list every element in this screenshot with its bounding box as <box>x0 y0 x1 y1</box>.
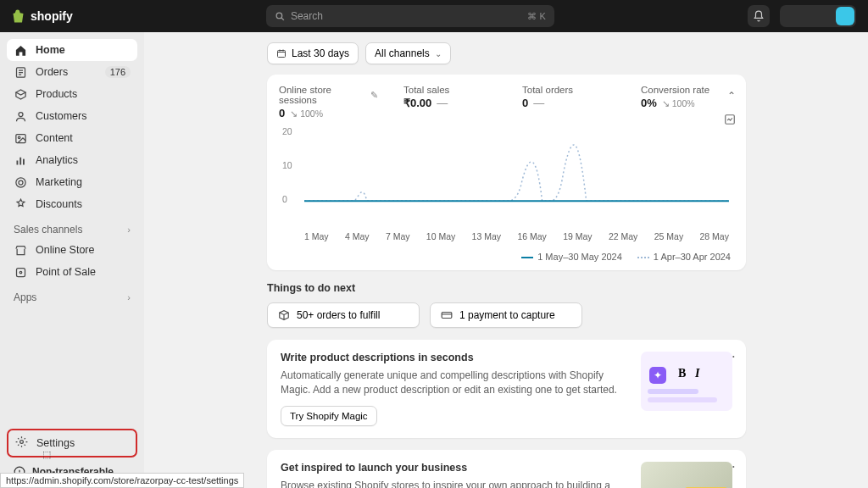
ytick: 10 <box>282 160 292 170</box>
sidebar-item-label: Marketing <box>36 176 82 188</box>
filter-row: Last 30 days All channels ⌄ <box>267 42 851 64</box>
card-get-inspired: ⋯ Get inspired to launch your business B… <box>267 450 746 488</box>
pencil-icon[interactable]: ✎ <box>370 90 378 101</box>
channel-filter[interactable]: All channels ⌄ <box>365 42 451 64</box>
brand-logo[interactable]: shopify <box>12 8 73 24</box>
sidebar-item-label: Customers <box>36 110 86 122</box>
try-shopify-magic-button[interactable]: Try Shopify Magic <box>281 406 377 426</box>
orders-icon <box>14 65 27 79</box>
user-menu[interactable] <box>780 5 856 27</box>
chart-svg <box>304 126 729 202</box>
chevron-down-icon: ⌄ <box>435 49 442 58</box>
svg-point-4 <box>18 136 20 139</box>
orders-badge: 176 <box>105 66 131 78</box>
customers-icon <box>14 109 27 123</box>
sidebar-item-orders[interactable]: Orders 176 <box>7 61 137 83</box>
notifications-button[interactable] <box>748 5 770 27</box>
chevron-right-icon: › <box>127 292 131 302</box>
analytics-icon <box>14 153 27 167</box>
sidebar-item-home[interactable]: Home <box>7 39 137 61</box>
sidebar-item-discounts[interactable]: Discounts <box>7 193 137 215</box>
stat-total-sales[interactable]: Total sales ₹0.00— <box>403 85 497 119</box>
discounts-icon <box>14 197 27 211</box>
card-shopify-magic: ⋯ Write product descriptions in seconds … <box>267 340 746 438</box>
todo-fulfill-orders[interactable]: 50+ orders to fulfill <box>267 302 420 328</box>
sidebar-item-analytics[interactable]: Analytics <box>7 149 137 171</box>
package-icon <box>278 309 290 321</box>
sidebar: Home Orders 176 Products Customers Conte… <box>0 32 144 488</box>
home-icon <box>14 43 27 57</box>
italic-icon: I <box>695 367 699 380</box>
bell-icon <box>753 10 765 22</box>
card-desc: Browse existing Shopify stores to inspir… <box>281 479 624 488</box>
svg-point-2 <box>19 112 23 116</box>
gear-icon <box>15 435 28 451</box>
ytick: 0 <box>282 194 287 204</box>
content-icon <box>14 131 27 145</box>
section-apps[interactable]: Apps › <box>7 283 137 307</box>
payment-icon <box>441 309 453 321</box>
bold-icon: B <box>678 367 686 380</box>
sidebar-item-label: Online Store <box>36 244 94 256</box>
products-icon <box>14 87 27 101</box>
svg-rect-6 <box>19 157 21 164</box>
sidebar-item-label: Orders <box>36 66 68 78</box>
stat-sessions[interactable]: Online store sessions ✎ 0↘ 100% <box>279 85 378 119</box>
section-sales-channels[interactable]: Sales channels › <box>7 215 137 239</box>
search-input[interactable]: Search ⌘ K <box>266 5 554 27</box>
cursor-icon: ⬚ <box>42 449 51 460</box>
calendar-icon <box>276 48 287 58</box>
sidebar-item-online-store[interactable]: Online Store <box>7 239 137 261</box>
sidebar-item-point-of-sale[interactable]: Point of Sale <box>7 261 137 283</box>
svg-point-12 <box>20 441 24 444</box>
shopify-bag-icon <box>12 8 27 24</box>
svg-point-0 <box>276 13 282 19</box>
date-range-filter[interactable]: Last 30 days <box>267 42 359 64</box>
sidebar-item-marketing[interactable]: Marketing <box>7 171 137 193</box>
card-illustration: ✦ B I <box>641 352 732 411</box>
card-desc: Automatically generate unique and compel… <box>281 369 624 397</box>
svg-point-9 <box>19 180 23 185</box>
pos-icon <box>14 265 27 279</box>
sidebar-item-products[interactable]: Products <box>7 83 137 105</box>
sparkle-icon: ✦ <box>649 367 666 384</box>
sidebar-item-label: Analytics <box>36 154 78 166</box>
ytick: 20 <box>282 126 292 136</box>
stat-conversion[interactable]: Conversion rate 0%↘ 100% <box>641 85 734 119</box>
svg-rect-14 <box>278 51 286 58</box>
avatar <box>836 7 854 25</box>
svg-point-8 <box>15 177 25 186</box>
topbar: shopify Search ⌘ K <box>0 0 868 32</box>
svg-rect-10 <box>16 268 25 276</box>
svg-point-11 <box>19 271 22 274</box>
sidebar-item-label: Content <box>36 132 73 144</box>
sidebar-item-label: Point of Sale <box>36 266 96 278</box>
sidebar-item-settings[interactable]: Settings ⬚ <box>7 429 137 458</box>
collapse-button[interactable]: ⌃ <box>727 90 736 102</box>
sidebar-item-label: Home <box>36 44 65 56</box>
analytics-card: ⌃ Online store sessions ✎ 0↘ 100% Total … <box>267 75 746 270</box>
search-placeholder: Search <box>291 10 323 22</box>
search-kbd: ⌘ K <box>527 11 545 22</box>
chart-icon <box>724 114 736 125</box>
stats-row: Online store sessions ✎ 0↘ 100% Total sa… <box>279 85 734 119</box>
sidebar-item-customers[interactable]: Customers <box>7 105 137 127</box>
card-title: Get inspired to launch your business <box>281 462 624 474</box>
svg-rect-7 <box>23 158 25 164</box>
sidebar-item-content[interactable]: Content <box>7 127 137 149</box>
legend-compare: 1 Apr–30 Apr 2024 <box>637 252 731 262</box>
chevron-right-icon: › <box>127 225 131 235</box>
todo-row: 50+ orders to fulfill 1 payment to captu… <box>267 302 851 328</box>
sidebar-item-label: Settings <box>36 437 75 449</box>
sidebar-item-label: Discounts <box>36 198 82 210</box>
main-content: Last 30 days All channels ⌄ ⌃ Online sto… <box>144 32 868 488</box>
todo-capture-payment[interactable]: 1 payment to capture <box>430 302 582 328</box>
svg-rect-17 <box>442 313 452 319</box>
search-icon <box>275 11 286 22</box>
card-illustration <box>641 462 732 488</box>
brand-text: shopify <box>31 9 73 23</box>
marketing-icon <box>14 175 27 189</box>
sessions-chart: 20 10 0 1 May 4 May 7 May 10 May 13 May … <box>284 126 734 228</box>
card-title: Write product descriptions in seconds <box>281 352 624 363</box>
stat-total-orders[interactable]: Total orders 0— <box>522 85 615 119</box>
